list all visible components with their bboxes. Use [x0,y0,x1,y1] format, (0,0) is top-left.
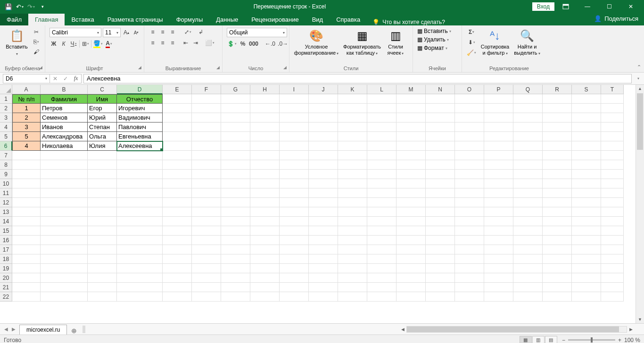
row-header[interactable]: 2 [0,104,12,113]
cell[interactable] [250,104,280,113]
cell[interactable]: 1 [12,104,41,113]
tab-рецензирование[interactable]: Рецензирование [245,14,305,25]
cell[interactable]: Иванов [41,122,88,132]
zoom-in-button[interactable]: + [618,337,621,343]
tab-split-handle[interactable] [83,326,85,333]
cell[interactable] [338,94,367,104]
cell[interactable] [396,113,426,122]
cell[interactable] [367,179,396,188]
cell[interactable]: 2 [12,113,41,122]
cell[interactable] [513,94,543,104]
cell[interactable] [484,122,513,132]
cell[interactable] [543,292,572,302]
cell[interactable] [601,113,624,122]
cell[interactable] [338,198,367,207]
col-header[interactable]: T [601,85,624,94]
cell[interactable] [601,264,624,273]
cell[interactable] [117,264,163,273]
cell[interactable] [12,254,41,264]
cell[interactable] [309,151,338,160]
cell[interactable] [484,226,513,236]
cell[interactable] [426,236,455,245]
cell[interactable] [426,113,455,122]
cell[interactable] [163,207,192,217]
cell[interactable] [426,273,455,283]
cell[interactable] [192,264,221,273]
cell[interactable] [163,151,192,160]
cell[interactable] [396,160,426,170]
cell[interactable] [572,170,601,179]
cell[interactable] [543,132,572,141]
cell[interactable] [396,141,426,151]
cell[interactable] [88,179,117,188]
cell[interactable] [88,292,117,302]
cell[interactable] [192,226,221,236]
cell[interactable]: Имя [88,94,117,104]
cell[interactable] [221,283,250,292]
cell[interactable] [338,179,367,188]
cell[interactable] [12,217,41,226]
cell[interactable] [455,179,484,188]
cell[interactable] [280,132,309,141]
cancel-formula-icon[interactable]: ✕ [50,75,60,82]
cell[interactable] [12,236,41,245]
cell[interactable] [338,151,367,160]
cell[interactable] [572,217,601,226]
cell[interactable] [543,94,572,104]
cell[interactable] [426,188,455,198]
scroll-up-icon[interactable]: ▲ [636,85,644,92]
cell[interactable] [338,217,367,226]
cell[interactable]: Александрова [41,132,88,141]
cell[interactable] [572,236,601,245]
cell[interactable] [426,264,455,273]
cell[interactable] [396,188,426,198]
cell[interactable] [338,245,367,254]
cell[interactable] [221,198,250,207]
cell[interactable] [221,264,250,273]
cell[interactable] [572,122,601,132]
cell[interactable] [367,245,396,254]
tab-справка[interactable]: Справка [330,14,367,25]
cell[interactable] [513,104,543,113]
cell[interactable] [117,283,163,292]
enter-formula-icon[interactable]: ✓ [60,75,71,82]
cell[interactable] [513,188,543,198]
cell[interactable] [426,198,455,207]
row-header[interactable]: 14 [0,217,12,226]
cell[interactable] [426,254,455,264]
cell[interactable] [484,283,513,292]
cell[interactable] [88,273,117,283]
cell[interactable] [367,132,396,141]
cell[interactable] [455,217,484,226]
cell[interactable] [572,283,601,292]
cell[interactable] [484,94,513,104]
cell[interactable] [117,217,163,226]
cell-styles-button[interactable]: ▥ Стили ячеек [384,27,407,57]
cell[interactable] [513,226,543,236]
cell[interactable] [484,188,513,198]
tab-разметка страницы[interactable]: Разметка страницы [101,14,170,25]
cell[interactable]: 3 [12,122,41,132]
cell[interactable] [250,217,280,226]
cell[interactable] [543,245,572,254]
cell[interactable] [367,283,396,292]
tab-file[interactable]: Файл [0,14,28,25]
cell[interactable] [426,170,455,179]
cell[interactable] [309,113,338,122]
cell[interactable] [572,132,601,141]
maximize-button[interactable]: ☐ [599,0,619,13]
cell[interactable] [543,236,572,245]
border-icon[interactable]: ⊞ [81,40,90,48]
cell[interactable] [88,226,117,236]
cell[interactable] [601,104,624,113]
cell[interactable] [280,292,309,302]
cell[interactable] [280,226,309,236]
col-header[interactable]: A [12,85,41,94]
zoom-out-button[interactable]: − [562,337,565,343]
wrap-text-icon[interactable]: ↲ [197,28,205,36]
cell[interactable] [513,207,543,217]
cell[interactable]: Юлия [88,141,117,151]
cell[interactable] [88,151,117,160]
cell[interactable] [309,160,338,170]
cell[interactable] [12,179,41,188]
